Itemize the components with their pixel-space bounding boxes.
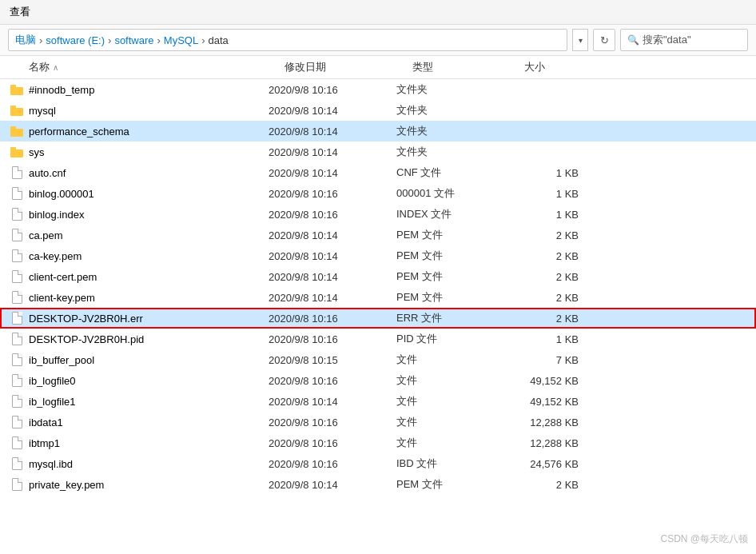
- breadcrumb-item[interactable]: software: [114, 34, 153, 46]
- file-size: 1 KB: [508, 333, 588, 345]
- file-date: 2020/9/8 10:14: [269, 479, 396, 491]
- table-row[interactable]: ib_logfile12020/9/8 10:14文件49,152 KB: [0, 391, 756, 412]
- file-type: IBD 文件: [396, 456, 508, 471]
- column-headers: 名称 ∧ 修改日期 类型 大小: [0, 56, 756, 79]
- file-date: 2020/9/8 10:14: [269, 126, 396, 138]
- table-row[interactable]: mysql2020/9/8 10:14文件夹: [0, 100, 756, 121]
- file-type: 文件: [396, 353, 508, 367]
- col-header-size[interactable]: 大小: [524, 60, 604, 74]
- file-name: ib_logfile1: [29, 396, 269, 408]
- file-icon: [12, 270, 22, 283]
- table-row[interactable]: client-cert.pem2020/9/8 10:14PEM 文件2 KB: [0, 266, 756, 287]
- file-name: performance_schema: [29, 126, 269, 138]
- file-icon: [12, 312, 22, 325]
- col-header-type[interactable]: 类型: [412, 60, 524, 74]
- file-size: 2 KB: [508, 229, 588, 241]
- file-name: ca.pem: [29, 229, 269, 241]
- file-size: 2 KB: [508, 271, 588, 283]
- file-name: ibdata1: [29, 416, 269, 428]
- file-type: PEM 文件: [396, 477, 508, 492]
- file-date: 2020/9/8 10:14: [269, 105, 396, 117]
- table-row[interactable]: auto.cnf2020/9/8 10:14CNF 文件1 KB: [0, 162, 756, 183]
- file-name: binlog.index: [29, 209, 269, 221]
- file-explorer-window: 查看 电脑›software (E:)›software›MySQL›data …: [0, 0, 756, 554]
- toolbar-title: 查看: [10, 5, 30, 19]
- table-row[interactable]: binlog.index2020/9/8 10:16INDEX 文件1 KB: [0, 204, 756, 225]
- address-bar: 电脑›software (E:)›software›MySQL›data ▾ ↻…: [0, 25, 756, 56]
- file-icon: [12, 208, 22, 221]
- file-icon: [12, 416, 22, 428]
- file-date: 2020/9/8 10:16: [269, 188, 396, 200]
- search-box[interactable]: 🔍 搜索"data": [620, 29, 748, 51]
- file-type: 文件夹: [396, 82, 508, 97]
- folder-icon: [10, 147, 23, 157]
- table-row[interactable]: ibdata12020/9/8 10:16文件12,288 KB: [0, 412, 756, 432]
- table-row[interactable]: client-key.pem2020/9/8 10:14PEM 文件2 KB: [0, 287, 756, 308]
- file-icon: [12, 374, 22, 387]
- table-row[interactable]: DESKTOP-JV2BR0H.pid2020/9/8 10:16PID 文件1…: [0, 329, 756, 349]
- table-row[interactable]: #innodb_temp2020/9/8 10:16文件夹: [0, 79, 756, 100]
- search-icon: 🔍: [627, 34, 639, 46]
- table-row[interactable]: ib_logfile02020/9/8 10:16文件49,152 KB: [0, 370, 756, 391]
- table-row[interactable]: ib_buffer_pool2020/9/8 10:15文件7 KB: [0, 349, 756, 370]
- file-type: PID 文件: [396, 332, 508, 346]
- file-date: 2020/9/8 10:14: [269, 167, 396, 179]
- table-row[interactable]: sys2020/9/8 10:14文件夹: [0, 141, 756, 162]
- table-row[interactable]: ibtmp12020/9/8 10:16文件12,288 KB: [0, 432, 756, 453]
- folder-icon: [10, 126, 23, 137]
- file-date: 2020/9/8 10:14: [269, 229, 396, 241]
- breadcrumb-separator: ›: [201, 34, 205, 46]
- table-row[interactable]: binlog.0000012020/9/8 10:16000001 文件1 KB: [0, 183, 756, 204]
- file-name: auto.cnf: [29, 167, 269, 179]
- file-date: 2020/9/8 10:16: [269, 458, 396, 470]
- file-date: 2020/9/8 10:14: [269, 146, 396, 158]
- file-size: 2 KB: [508, 250, 588, 262]
- file-icon: [12, 395, 22, 408]
- file-name: mysql: [29, 105, 269, 117]
- file-list: #innodb_temp2020/9/8 10:16文件夹mysql2020/9…: [0, 79, 756, 554]
- col-header-name[interactable]: 名称 ∧: [29, 60, 284, 74]
- file-date: 2020/9/8 10:14: [269, 250, 396, 262]
- col-header-date[interactable]: 修改日期: [284, 60, 412, 74]
- search-text: 搜索"data": [643, 33, 691, 47]
- breadcrumb-separator: ›: [39, 34, 42, 46]
- file-name: mysql.ibd: [29, 458, 269, 470]
- file-size: 49,152 KB: [508, 396, 588, 408]
- file-date: 2020/9/8 10:15: [269, 354, 396, 366]
- breadcrumb-item[interactable]: MySQL: [164, 34, 198, 46]
- breadcrumb-separator: ›: [108, 34, 111, 46]
- table-row[interactable]: private_key.pem2020/9/8 10:14PEM 文件2 KB: [0, 474, 756, 495]
- file-icon: [12, 436, 22, 449]
- file-icon: [12, 353, 22, 366]
- file-date: 2020/9/8 10:16: [269, 416, 396, 428]
- file-icon: [12, 478, 22, 491]
- file-icon: [12, 187, 22, 200]
- file-type: PEM 文件: [396, 269, 508, 284]
- refresh-button[interactable]: ↻: [593, 29, 615, 51]
- file-icon: [12, 333, 22, 345]
- breadcrumb-item[interactable]: software (E:): [46, 34, 105, 46]
- file-name: ca-key.pem: [29, 250, 269, 262]
- file-name: private_key.pem: [29, 479, 269, 491]
- file-size: 2 KB: [508, 292, 588, 304]
- file-type: INDEX 文件: [396, 207, 508, 221]
- file-size: 1 KB: [508, 188, 588, 200]
- file-size: 12,288 KB: [508, 437, 588, 449]
- file-size: 12,288 KB: [508, 416, 588, 428]
- file-date: 2020/9/8 10:16: [269, 313, 396, 325]
- file-size: 24,576 KB: [508, 458, 588, 470]
- file-name: ib_buffer_pool: [29, 354, 269, 366]
- table-row[interactable]: DESKTOP-JV2BR0H.err2020/9/8 10:16ERR 文件2…: [0, 308, 756, 329]
- breadcrumb-item[interactable]: 电脑: [15, 33, 36, 47]
- file-date: 2020/9/8 10:16: [269, 209, 396, 221]
- table-row[interactable]: ca-key.pem2020/9/8 10:14PEM 文件2 KB: [0, 245, 756, 266]
- table-row[interactable]: ca.pem2020/9/8 10:14PEM 文件2 KB: [0, 225, 756, 245]
- file-size: 7 KB: [508, 354, 588, 366]
- file-date: 2020/9/8 10:16: [269, 84, 396, 96]
- address-dropdown-btn[interactable]: ▾: [572, 29, 588, 51]
- file-type: 文件: [396, 415, 508, 429]
- table-row[interactable]: mysql.ibd2020/9/8 10:16IBD 文件24,576 KB: [0, 453, 756, 474]
- table-row[interactable]: performance_schema2020/9/8 10:14文件夹: [0, 121, 756, 141]
- file-type: ERR 文件: [396, 311, 508, 325]
- file-icon: [12, 249, 22, 262]
